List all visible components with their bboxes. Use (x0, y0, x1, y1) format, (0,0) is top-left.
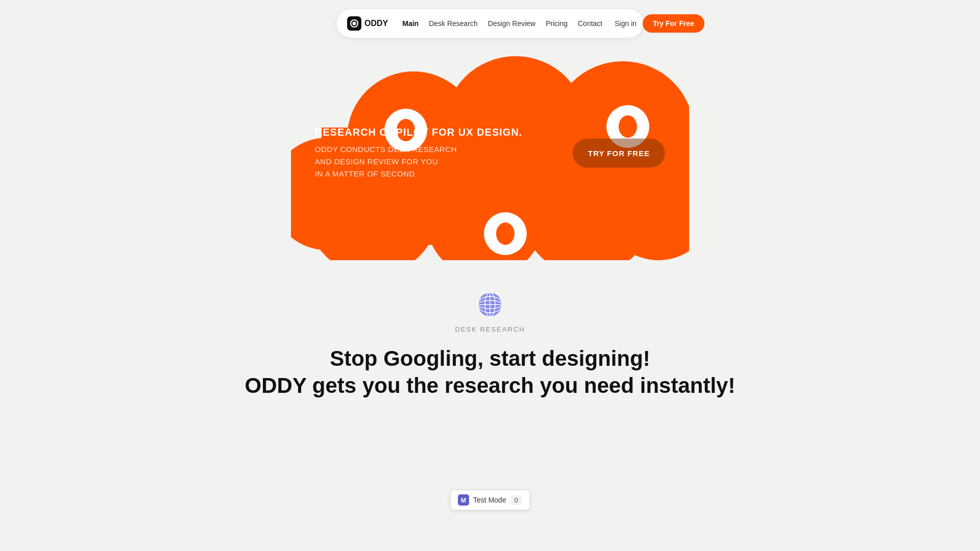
nav-right: Sign in Try For Free (615, 14, 704, 33)
svg-point-13 (397, 119, 415, 141)
nav-link-contact[interactable]: Contact (578, 19, 602, 28)
svg-point-17 (496, 222, 514, 245)
logo-icon (347, 16, 361, 31)
test-mode-count: 0 (510, 495, 522, 505)
navbar: ODDY Main Desk Research Design Review Pr… (337, 9, 643, 38)
sign-in-button[interactable]: Sign in (615, 19, 636, 28)
nav-link-desk-research[interactable]: Desk Research (429, 19, 478, 28)
svg-text:M: M (461, 497, 466, 504)
nav-links: Main Desk Research Design Review Pricing… (402, 19, 602, 28)
test-mode-logo-icon: M (458, 494, 469, 506)
hero-blob: RESEARCH COPILOT FOR UX DESIGN. ODDY CON… (291, 46, 689, 260)
nav-link-pricing[interactable]: Pricing (546, 19, 568, 28)
test-mode-badge: M Test Mode 0 (450, 490, 530, 510)
hero-section: RESEARCH COPILOT FOR UX DESIGN. ODDY CON… (0, 0, 980, 399)
nav-link-main[interactable]: Main (402, 19, 419, 28)
bottom-text-line1: Stop Googling, start designing! (245, 345, 736, 372)
hero-cta-button[interactable]: TRY FOR FREE (573, 139, 665, 168)
bottom-text-line2: ODDY gets you the research you need inst… (245, 372, 736, 399)
desk-research-label: DESK RESEARCH (455, 325, 525, 333)
try-free-button-nav[interactable]: Try For Free (643, 14, 704, 33)
globe-icon (476, 291, 504, 318)
svg-point-2 (353, 22, 356, 26)
test-mode-label: Test Mode (473, 496, 506, 504)
logo[interactable]: ODDY (347, 16, 388, 31)
logo-text: ODDY (364, 19, 388, 28)
nav-link-design-review[interactable]: Design Review (488, 19, 535, 28)
hero-bottom-text: Stop Googling, start designing! ODDY get… (245, 345, 736, 399)
svg-point-15 (619, 115, 637, 138)
desk-research-section: DESK RESEARCH Stop Googling, start desig… (245, 291, 736, 399)
